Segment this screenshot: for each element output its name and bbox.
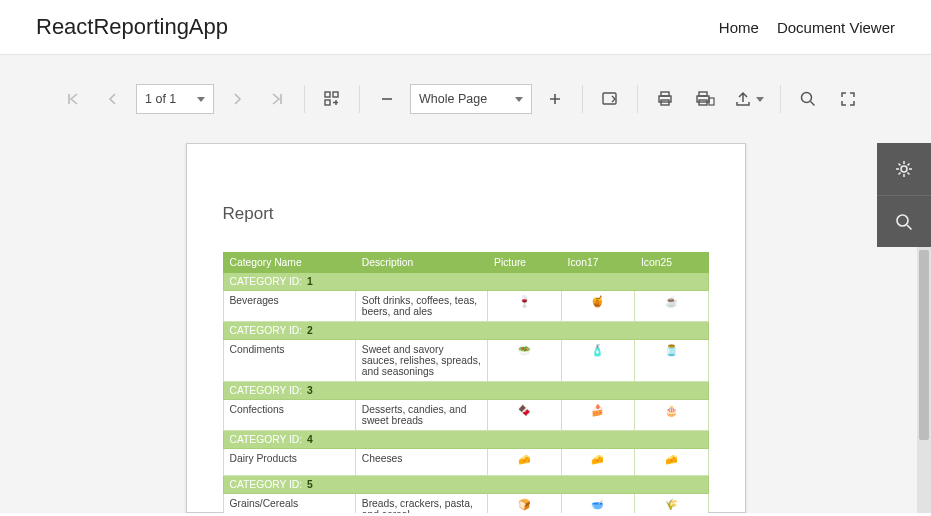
product-picture-icon: 🍷: [513, 295, 535, 313]
table-row: Grains/CerealsBreads, crackers, pasta, a…: [223, 494, 708, 514]
product-icon17-icon: 🍰: [587, 404, 609, 422]
category-id: 5: [307, 479, 313, 490]
cell-icon25: 🧀: [635, 449, 709, 476]
cell-desc: Soft drinks, coffees, teas, beers, and a…: [355, 291, 487, 322]
cell-desc: Sweet and savory sauces, relishes, sprea…: [355, 340, 487, 382]
viewer-toolbar: 1 of 1 Whole Page: [26, 75, 905, 123]
cell-icon17: 🧀: [561, 449, 634, 476]
cell-icon25: 🫙: [635, 340, 709, 382]
page-surface: Report Category Name Description Picture…: [26, 143, 905, 513]
category-id: 1: [307, 276, 313, 287]
category-header-row: CATEGORY ID: 3: [223, 382, 708, 400]
vertical-scrollbar[interactable]: [917, 247, 931, 513]
product-picture-icon: 🥗: [513, 344, 535, 362]
zoom-out-button[interactable]: [370, 82, 404, 116]
separator: [780, 85, 781, 113]
separator: [582, 85, 583, 113]
page-selector[interactable]: 1 of 1: [136, 84, 214, 114]
zoom-selector[interactable]: Whole Page: [410, 84, 532, 114]
product-icon25-icon: 🎂: [660, 404, 682, 422]
product-icon25-icon: 🫙: [660, 344, 682, 362]
next-page-button[interactable]: [220, 82, 254, 116]
separator: [637, 85, 638, 113]
app-header: ReactReportingApp Home Document Viewer: [0, 0, 931, 55]
svg-rect-1: [333, 92, 338, 97]
cell-icon25: 🎂: [635, 400, 709, 431]
caret-down-icon: [197, 97, 205, 102]
product-picture-icon: 🧀: [513, 453, 535, 471]
col-header-name: Category Name: [223, 253, 355, 273]
print-button[interactable]: [648, 82, 682, 116]
export-button[interactable]: [728, 82, 770, 116]
category-id: 2: [307, 325, 313, 336]
nav-document-viewer[interactable]: Document Viewer: [777, 19, 895, 36]
cell-icon17: 🥣: [561, 494, 634, 514]
svg-rect-0: [325, 92, 330, 97]
cell-name: Dairy Products: [223, 449, 355, 476]
multipage-view-button[interactable]: [315, 82, 349, 116]
product-icon17-icon: 🧴: [587, 344, 609, 362]
cell-picture: 🍞: [488, 494, 561, 514]
fullscreen-button[interactable]: [831, 82, 865, 116]
search-button[interactable]: [791, 82, 825, 116]
scroll-thumb[interactable]: [919, 250, 929, 440]
category-id: 4: [307, 434, 313, 445]
category-header-row: CATEGORY ID: 5: [223, 476, 708, 494]
table-row: Dairy ProductsCheeses🧀🧀🧀: [223, 449, 708, 476]
product-icon17-icon: 🥣: [587, 498, 609, 513]
prev-page-button[interactable]: [96, 82, 130, 116]
nav-home[interactable]: Home: [719, 19, 759, 36]
cell-picture: 🍷: [488, 291, 561, 322]
cell-desc: Desserts, candies, and sweet breads: [355, 400, 487, 431]
cell-icon17: 🍯: [561, 291, 634, 322]
product-icon25-icon: 🌾: [660, 498, 682, 513]
first-page-button[interactable]: [56, 82, 90, 116]
caret-down-icon: [756, 97, 764, 102]
cell-name: Grains/Cereals: [223, 494, 355, 514]
side-search-button[interactable]: [877, 195, 931, 247]
product-icon25-icon: ☕: [660, 295, 682, 313]
report-title: Report: [223, 204, 709, 224]
product-picture-icon: 🍫: [513, 404, 535, 422]
col-header-icon25: Icon25: [635, 253, 709, 273]
col-header-picture: Picture: [488, 253, 561, 273]
settings-button[interactable]: [877, 143, 931, 195]
cell-name: Beverages: [223, 291, 355, 322]
svg-point-12: [901, 166, 907, 172]
separator: [359, 85, 360, 113]
zoom-label: Whole Page: [419, 92, 487, 106]
highlight-fields-button[interactable]: [593, 82, 627, 116]
cell-icon25: ☕: [635, 291, 709, 322]
cell-desc: Cheeses: [355, 449, 487, 476]
side-panel: [877, 143, 931, 247]
category-prefix: CATEGORY ID:: [230, 325, 303, 336]
document-viewer: 1 of 1 Whole Page: [0, 55, 931, 513]
category-id: 3: [307, 385, 313, 396]
table-row: CondimentsSweet and savory sauces, relis…: [223, 340, 708, 382]
cell-desc: Breads, crackers, pasta, and cereal: [355, 494, 487, 514]
svg-rect-2: [325, 100, 330, 105]
category-prefix: CATEGORY ID:: [230, 479, 303, 490]
category-prefix: CATEGORY ID:: [230, 434, 303, 445]
cell-name: Confections: [223, 400, 355, 431]
category-prefix: CATEGORY ID:: [230, 276, 303, 287]
page-label: 1 of 1: [145, 92, 176, 106]
table-row: BeveragesSoft drinks, coffees, teas, bee…: [223, 291, 708, 322]
separator: [304, 85, 305, 113]
svg-point-11: [802, 93, 812, 103]
product-icon25-icon: 🧀: [660, 453, 682, 471]
category-header-row: CATEGORY ID: 2: [223, 322, 708, 340]
last-page-button[interactable]: [260, 82, 294, 116]
cell-icon17: 🧴: [561, 340, 634, 382]
zoom-in-button[interactable]: [538, 82, 572, 116]
table-row: ConfectionsDesserts, candies, and sweet …: [223, 400, 708, 431]
product-icon17-icon: 🧀: [587, 453, 609, 471]
print-page-button[interactable]: [688, 82, 722, 116]
col-header-icon17: Icon17: [561, 253, 634, 273]
report-table: Category Name Description Picture Icon17…: [223, 252, 709, 513]
cell-picture: 🥗: [488, 340, 561, 382]
cell-name: Condiments: [223, 340, 355, 382]
col-header-desc: Description: [355, 253, 487, 273]
product-icon17-icon: 🍯: [587, 295, 609, 313]
svg-rect-10: [709, 98, 714, 105]
